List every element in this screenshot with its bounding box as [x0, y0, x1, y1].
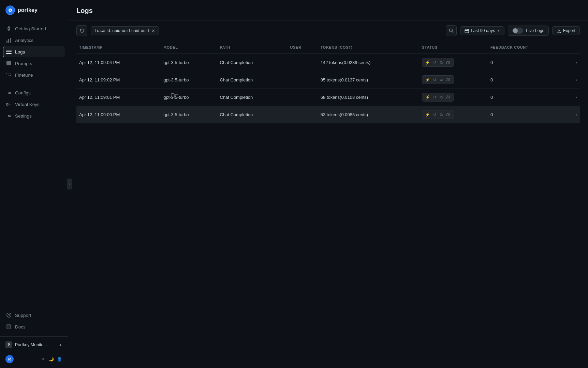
- sidebar-item-finetune[interactable]: Finetune: [3, 70, 65, 80]
- table-row[interactable]: Apr 12, 11:09:01 PM gpt-3.5-turbo Chat C…: [76, 89, 580, 106]
- row-expand-icon[interactable]: ›: [567, 106, 580, 123]
- search-button[interactable]: [446, 25, 457, 36]
- col-feedback: FEEDBACK COUNT: [488, 41, 567, 54]
- user-row: R ☀ 🌙 👤: [4, 353, 64, 365]
- col-status: STATUS: [419, 41, 488, 54]
- table-row[interactable]: Apr 12, 11:09:04 PM gpt-3.5-turbo Chat C…: [76, 54, 580, 71]
- export-label: Export: [563, 28, 575, 33]
- cell-path: Chat Completion: [217, 54, 287, 71]
- table-row[interactable]: Apr 12, 11:09:02 PM gpt-3.5-turbo Chat C…: [76, 71, 580, 89]
- export-button[interactable]: Export: [552, 26, 580, 35]
- sidebar-item-prompts[interactable]: Prompts: [3, 58, 65, 69]
- col-model: MODEL: [161, 41, 217, 54]
- svg-line-21: [452, 32, 453, 33]
- sidebar-collapse-tab[interactable]: ‹: [67, 179, 72, 189]
- cell-model: gpt-3.5-turbo: [161, 89, 217, 106]
- copy-icon: ⧉: [439, 60, 444, 65]
- cell-timestamp: Apr 12, 11:09:04 PM: [76, 54, 161, 71]
- cell-tokens: 85 tokens(0.0137 cents): [318, 71, 419, 89]
- export-icon: [557, 29, 561, 33]
- user-actions: ☀ 🌙 👤: [40, 356, 62, 362]
- sidebar-item-getting-started-label: Getting Started: [15, 26, 46, 31]
- col-chevron: [567, 41, 580, 54]
- cell-timestamp: Apr 12, 11:09:00 PM: [76, 106, 161, 123]
- copy-icon: ⧉: [439, 77, 444, 82]
- svg-rect-5: [10, 38, 11, 43]
- live-logs-label: Live Logs: [526, 28, 544, 33]
- status-icons: ⚡ ↺ ⧉ ⛙: [422, 93, 454, 102]
- filter-chip-close-icon[interactable]: ✕: [151, 29, 155, 33]
- sidebar-bottom-nav: Support Docs: [0, 307, 68, 336]
- cell-feedback: 0: [488, 106, 567, 123]
- logs-table-container: TIMESTAMP MODEL PATH USER TOKENS (COST) …: [68, 41, 588, 368]
- tune-icon: [6, 72, 12, 78]
- trace-id-filter-label: Trace Id: uuid-uuid-uuid-uuid: [94, 28, 149, 33]
- sidebar-item-logs-label: Logs: [15, 49, 25, 55]
- svg-rect-8: [6, 53, 12, 54]
- bolt-icon: ⚡: [425, 94, 430, 100]
- calendar-icon: [465, 29, 469, 33]
- date-range-picker[interactable]: Last 90 days ▼: [460, 26, 505, 35]
- cell-status: ⚡ ↺ ⧉ ⛙: [419, 54, 488, 71]
- copy-icon: ⧉: [439, 112, 444, 117]
- sidebar-item-prompts-label: Prompts: [15, 61, 32, 66]
- page-title: Logs: [76, 7, 580, 15]
- svg-rect-3: [6, 41, 8, 43]
- table-row[interactable]: Apr 12, 11:09:00 PM gpt-3.5-turbo Chat C…: [76, 106, 580, 123]
- docs-icon: [6, 324, 12, 329]
- svg-point-10: [8, 315, 10, 316]
- share-icon: ⛙: [445, 60, 451, 65]
- sidebar-item-getting-started[interactable]: Getting Started: [3, 23, 65, 34]
- row-expand-icon[interactable]: ›: [567, 71, 580, 89]
- moon-icon[interactable]: 🌙: [48, 356, 54, 362]
- sidebar-item-analytics-label: Analytics: [15, 38, 33, 43]
- main-content: Logs Trace Id: uuid-uuid-uuid-uuid ✕: [68, 0, 588, 368]
- refresh-status-icon: ↺: [432, 112, 437, 117]
- toggle-switch[interactable]: [512, 28, 523, 34]
- svg-rect-4: [8, 39, 9, 43]
- person-icon[interactable]: 👤: [56, 356, 62, 362]
- sidebar-item-settings[interactable]: Settings: [3, 110, 65, 121]
- row-expand-icon[interactable]: ›: [567, 89, 580, 106]
- cell-status: ⚡ ↺ ⧉ ⛙: [419, 71, 488, 89]
- col-user: USER: [288, 41, 318, 54]
- refresh-status-icon: ↺: [432, 77, 437, 82]
- page-header: Logs: [68, 0, 588, 20]
- sidebar-item-analytics[interactable]: Analytics: [3, 35, 65, 46]
- svg-rect-7: [6, 51, 12, 52]
- trace-id-filter-chip[interactable]: Trace Id: uuid-uuid-uuid-uuid ✕: [91, 26, 159, 35]
- cell-model: gpt-3.5-turbo: [161, 71, 217, 89]
- workspace-selector[interactable]: P Portkey Monito... ▲: [4, 339, 64, 350]
- col-tokens: TOKENS (COST): [318, 41, 419, 54]
- logo-area[interactable]: portkey: [0, 0, 68, 22]
- live-logs-toggle[interactable]: Live Logs: [508, 26, 549, 36]
- status-icons: ⚡ ↺ ⧉ ⛙: [422, 58, 454, 67]
- toggle-knob: [513, 28, 518, 33]
- sidebar-item-support[interactable]: Support: [3, 310, 65, 321]
- date-range-label: Last 90 days: [471, 28, 495, 33]
- sun-icon[interactable]: ☀: [40, 356, 46, 362]
- refresh-status-icon: ↺: [432, 60, 437, 65]
- sidebar-item-logs[interactable]: Logs: [3, 46, 65, 57]
- refresh-icon: [79, 28, 84, 33]
- share-icon: ⛙: [445, 112, 451, 117]
- refresh-status-icon: ↺: [432, 94, 437, 100]
- cell-feedback: 0: [488, 54, 567, 71]
- portkey-logo-icon: [5, 5, 15, 15]
- cell-model: gpt-3.5-turbo: [161, 106, 217, 123]
- refresh-button[interactable]: [76, 25, 87, 36]
- config-icon: [6, 90, 12, 95]
- avatar[interactable]: R: [5, 355, 14, 363]
- workspace-icon: P: [5, 341, 12, 348]
- chart-icon: [6, 37, 12, 43]
- sidebar-item-virtual-keys[interactable]: Virtual Keys: [3, 99, 65, 110]
- cell-user: [288, 54, 318, 71]
- row-expand-icon[interactable]: ›: [567, 54, 580, 71]
- sidebar-item-configs[interactable]: Configs: [3, 87, 65, 98]
- cell-feedback: 0: [488, 89, 567, 106]
- bolt-icon: ⚡: [425, 112, 430, 117]
- share-icon: ⛙: [445, 77, 451, 82]
- sidebar-item-docs[interactable]: Docs: [3, 321, 65, 332]
- sidebar-item-settings-label: Settings: [15, 113, 32, 119]
- cell-user: [288, 89, 318, 106]
